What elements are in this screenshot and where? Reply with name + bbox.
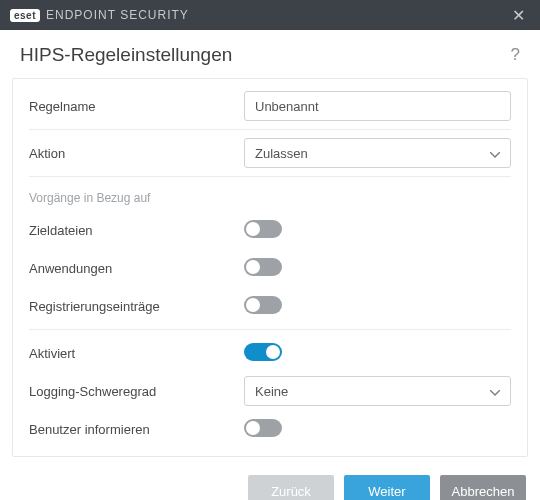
registry-label: Registrierungseinträge: [29, 299, 244, 314]
enabled-label: Aktiviert: [29, 346, 244, 361]
row-rule-name: Regelname: [29, 87, 511, 125]
chevron-down-icon: [490, 384, 500, 399]
action-label: Aktion: [29, 146, 244, 161]
back-button: Zurück: [248, 475, 334, 500]
brand-mark: eset: [10, 9, 40, 22]
applications-label: Anwendungen: [29, 261, 244, 276]
notify-label: Benutzer informieren: [29, 422, 244, 437]
divider: [29, 329, 511, 330]
registry-toggle[interactable]: [244, 296, 282, 314]
row-target-files: Zieldateien: [29, 211, 511, 249]
brand-logo: eset ENDPOINT SECURITY: [10, 8, 189, 22]
row-action: Aktion Zulassen: [29, 134, 511, 172]
row-notify: Benutzer informieren: [29, 410, 511, 448]
page-title: HIPS-Regeleinstellungen: [20, 44, 232, 66]
log-severity-value: Keine: [255, 384, 288, 399]
row-log-severity: Logging-Schweregrad Keine: [29, 372, 511, 410]
applications-toggle[interactable]: [244, 258, 282, 276]
brand-text: ENDPOINT SECURITY: [46, 8, 189, 22]
row-registry: Registrierungseinträge: [29, 287, 511, 325]
dialog-footer: Zurück Weiter Abbrechen: [0, 457, 540, 500]
next-button[interactable]: Weiter: [344, 475, 430, 500]
close-icon: ✕: [512, 7, 525, 24]
titlebar: eset ENDPOINT SECURITY ✕: [0, 0, 540, 30]
divider: [29, 176, 511, 177]
target-files-label: Zieldateien: [29, 223, 244, 238]
row-enabled: Aktiviert: [29, 334, 511, 372]
cancel-button[interactable]: Abbrechen: [440, 475, 526, 500]
row-applications: Anwendungen: [29, 249, 511, 287]
notify-toggle[interactable]: [244, 419, 282, 437]
target-files-toggle[interactable]: [244, 220, 282, 238]
settings-panel: Regelname Aktion Zulassen Vorgänge in Be…: [12, 78, 528, 457]
action-select[interactable]: Zulassen: [244, 138, 511, 168]
enabled-toggle[interactable]: [244, 343, 282, 361]
operations-section-title: Vorgänge in Bezug auf: [29, 181, 511, 211]
rule-name-input[interactable]: [244, 91, 511, 121]
help-icon: ?: [511, 45, 520, 64]
close-button[interactable]: ✕: [506, 6, 530, 25]
action-select-value: Zulassen: [255, 146, 308, 161]
log-severity-label: Logging-Schweregrad: [29, 384, 244, 399]
log-severity-select[interactable]: Keine: [244, 376, 511, 406]
divider: [29, 129, 511, 130]
help-button[interactable]: ?: [511, 45, 520, 65]
rule-name-label: Regelname: [29, 99, 244, 114]
dialog-header: HIPS-Regeleinstellungen ?: [0, 30, 540, 78]
chevron-down-icon: [490, 146, 500, 161]
